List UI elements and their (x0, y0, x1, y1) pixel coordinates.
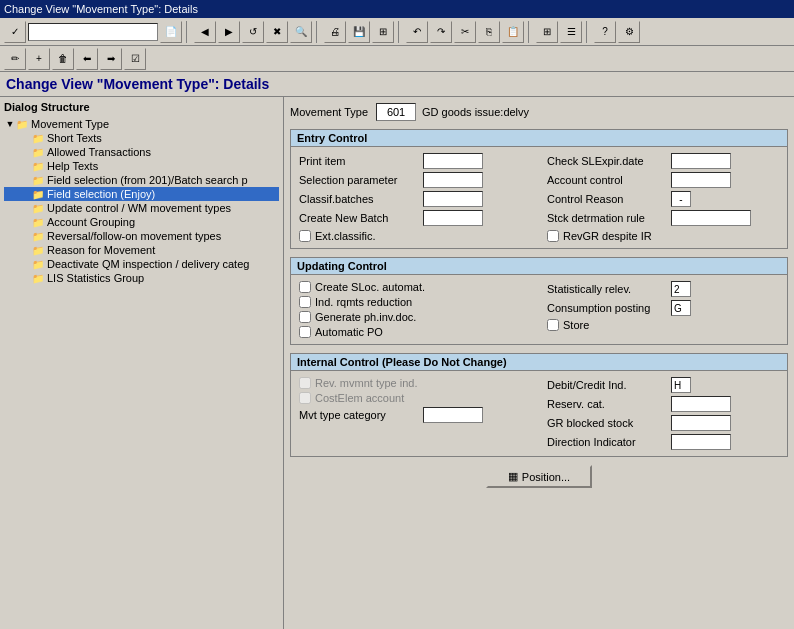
folder-icon-1: 📁 (32, 133, 44, 144)
tree-reason-for-movement[interactable]: 📁 Reason for Movement (4, 243, 279, 257)
reserv-cat-input[interactable] (671, 396, 731, 412)
print-btn[interactable]: 🖨 (324, 21, 346, 43)
stop-btn[interactable]: ✖ (266, 21, 288, 43)
statistically-relev-input[interactable] (671, 281, 691, 297)
gr-blocked-stock-label: GR blocked stock (547, 417, 667, 429)
control-reason-input[interactable] (671, 191, 691, 207)
stck-determination-label: Stck detrmation rule (547, 212, 667, 224)
create-sloc-checkbox[interactable] (299, 281, 311, 293)
store-checkbox[interactable] (547, 319, 559, 331)
updating-control-header: Updating Control (291, 258, 787, 275)
edit-btn[interactable]: ✏ (4, 48, 26, 70)
costelem-account-checkbox[interactable] (299, 392, 311, 404)
toolbar-input[interactable] (28, 23, 158, 41)
save-btn[interactable]: 💾 (348, 21, 370, 43)
generate-ph-checkbox[interactable] (299, 311, 311, 323)
settings-btn[interactable]: ⚙ (618, 21, 640, 43)
updating-control-section: Updating Control Create SLoc. automat. I… (290, 257, 788, 345)
selection-parameter-label: Selection parameter (299, 174, 419, 186)
add-btn[interactable]: + (28, 48, 50, 70)
direction-indicator-row: Direction Indicator (547, 434, 779, 450)
delete-btn[interactable]: 🗑 (52, 48, 74, 70)
undo-btn[interactable]: ↶ (406, 21, 428, 43)
movement-type-input[interactable] (376, 103, 416, 121)
debit-credit-label: Debit/Credit Ind. (547, 379, 667, 391)
tree-reversal[interactable]: 📁 Reversal/follow-on movement types (4, 229, 279, 243)
folder-icon-11: 📁 (32, 273, 44, 284)
control-reason-label: Control Reason (547, 193, 667, 205)
check-sl-expir-input[interactable] (671, 153, 731, 169)
next-btn[interactable]: ➡ (100, 48, 122, 70)
page-icon[interactable]: 📄 (160, 21, 182, 43)
multi-btn[interactable]: ⊞ (372, 21, 394, 43)
selection-parameter-input[interactable] (423, 172, 483, 188)
prev-btn[interactable]: ⬅ (76, 48, 98, 70)
position-button[interactable]: ▦ Position... (486, 465, 592, 488)
classif-batches-input[interactable] (423, 191, 483, 207)
ext-classific-checkbox[interactable] (299, 230, 311, 242)
refresh-btn[interactable]: ↺ (242, 21, 264, 43)
tree-field-selection-201[interactable]: 📁 Field selection (from 201)/Batch searc… (4, 173, 279, 187)
back-btn[interactable]: ◀ (194, 21, 216, 43)
tree-update-control[interactable]: 📁 Update control / WM movement types (4, 201, 279, 215)
entry-control-header: Entry Control (291, 130, 787, 147)
create-new-batch-input[interactable] (423, 210, 483, 226)
direction-indicator-input[interactable] (671, 434, 731, 450)
tree-short-texts[interactable]: 📁 Short Texts (4, 131, 279, 145)
folder-icon-5: 📁 (32, 189, 44, 200)
search-btn[interactable]: 🔍 (290, 21, 312, 43)
copy-btn[interactable]: ⎘ (478, 21, 500, 43)
cut-btn[interactable]: ✂ (454, 21, 476, 43)
debit-credit-input[interactable] (671, 377, 691, 393)
classif-batches-row: Classif.batches (299, 191, 531, 207)
mvt-type-category-label: Mvt type category (299, 409, 419, 421)
tree-label-7: Account Grouping (47, 216, 135, 228)
redo-btn[interactable]: ↷ (430, 21, 452, 43)
mvt-type-category-row: Mvt type category (299, 407, 531, 423)
account-control-label: Account control (547, 174, 667, 186)
help-btn[interactable]: ? (594, 21, 616, 43)
grid-btn[interactable]: ⊞ (536, 21, 558, 43)
automatic-po-checkbox[interactable] (299, 326, 311, 338)
tree-label-5: Field selection (Enjoy) (47, 188, 155, 200)
entry-right: Check SLExpir.date Account control Contr… (547, 153, 779, 242)
rev-mvmnt-type-checkbox[interactable] (299, 377, 311, 389)
ext-classific-row: Ext.classific. (299, 230, 531, 242)
consumption-posting-input[interactable] (671, 300, 691, 316)
rev-mvmnt-type-row: Rev. mvmnt type ind. (299, 377, 531, 389)
checkmark-btn[interactable]: ✓ (4, 21, 26, 43)
folder-icon-7: 📁 (32, 217, 44, 228)
control-reason-row: Control Reason (547, 191, 779, 207)
folder-icon-6: 📁 (32, 203, 44, 214)
account-control-input[interactable] (671, 172, 731, 188)
position-btn-row: ▦ Position... (290, 465, 788, 488)
create-new-batch-row: Create New Batch (299, 210, 531, 226)
list-btn[interactable]: ☰ (560, 21, 582, 43)
forward-btn[interactable]: ▶ (218, 21, 240, 43)
tree-deactivate-qm[interactable]: 📁 Deactivate QM inspection / delivery ca… (4, 257, 279, 271)
tree-field-selection-enjoy[interactable]: 📁 Field selection (Enjoy) (4, 187, 279, 201)
select-btn[interactable]: ☑ (124, 48, 146, 70)
revgr-despite-ir-checkbox[interactable] (547, 230, 559, 242)
entry-control-section: Entry Control Print item Selection param… (290, 129, 788, 249)
gr-blocked-stock-input[interactable] (671, 415, 731, 431)
tree-movement-type[interactable]: ▼ 📁 Movement Type (4, 117, 279, 131)
toolbar-2: ✏ + 🗑 ⬅ ➡ ☑ (0, 46, 794, 72)
paste-btn[interactable]: 📋 (502, 21, 524, 43)
tree-account-grouping[interactable]: 📁 Account Grouping (4, 215, 279, 229)
tree-label-0: Movement Type (31, 118, 109, 130)
print-item-input[interactable] (423, 153, 483, 169)
mvt-type-category-input[interactable] (423, 407, 483, 423)
tree-label-10: Deactivate QM inspection / delivery cate… (47, 258, 249, 270)
tree-allowed-transactions[interactable]: 📁 Allowed Transactions (4, 145, 279, 159)
tree-lis-statistics[interactable]: 📁 LIS Statistics Group (4, 271, 279, 285)
tree-label-6: Update control / WM movement types (47, 202, 231, 214)
stck-determination-input[interactable] (671, 210, 751, 226)
ind-rqmts-checkbox[interactable] (299, 296, 311, 308)
tree-help-texts[interactable]: 📁 Help Texts (4, 159, 279, 173)
right-panel: Movement Type GD goods issue:delvy Entry… (284, 97, 794, 629)
title-bar-text: Change View "Movement Type": Details (4, 3, 198, 15)
tree-label-1: Short Texts (47, 132, 102, 144)
internal-left: Rev. mvmnt type ind. CostElem account Mv… (299, 377, 531, 450)
internal-control-content: Rev. mvmnt type ind. CostElem account Mv… (291, 371, 787, 456)
